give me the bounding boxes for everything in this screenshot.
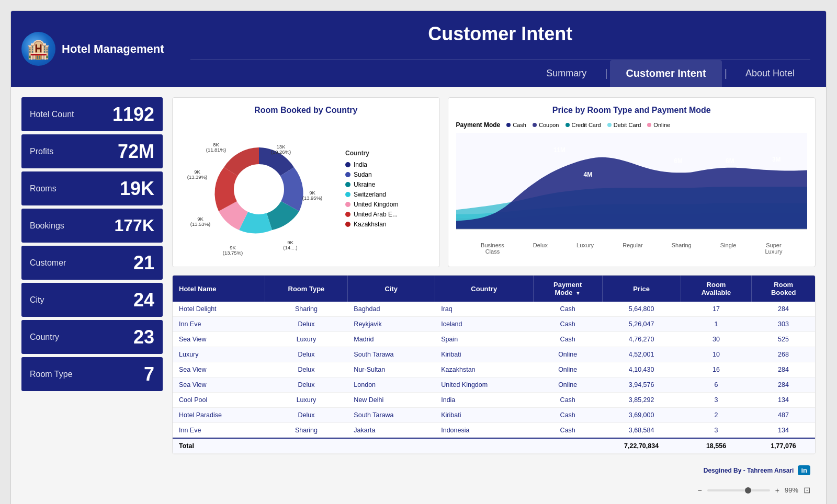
legend-switzerland: Switzerland — [345, 191, 398, 198]
cell-6-0: Cool Pool — [173, 393, 265, 408]
cell-4-1: Delux — [265, 362, 347, 377]
cell-6-7: 134 — [752, 393, 815, 408]
designer-text: Desgined By - Tahreem Ansari — [704, 467, 794, 474]
cell-7-6: 2 — [681, 408, 752, 423]
kpi-hotel-count-label: Hotel Count — [30, 110, 74, 119]
sort-icon: ▼ — [575, 290, 581, 296]
kpi-room-type: Room Type 7 — [21, 357, 163, 391]
cell-3-0: Luxury — [173, 347, 265, 362]
cell-7-4: Cash — [533, 408, 602, 423]
th-room-type[interactable]: Room Type — [265, 276, 347, 302]
cell-8-4: Cash — [533, 423, 602, 439]
cell-8-7: 134 — [752, 423, 815, 439]
th-city[interactable]: City — [347, 276, 435, 302]
tab-customer-intent[interactable]: Customer Intent — [610, 60, 721, 87]
legend-india: India — [345, 161, 398, 168]
cell-2-7: 525 — [752, 332, 815, 347]
cell-2-2: Madrid — [347, 332, 435, 347]
cell-7-2: South Tarawa — [347, 408, 435, 423]
th-room-booked[interactable]: RoomBooked — [752, 276, 815, 302]
kpi-customer-value: 21 — [133, 252, 154, 274]
kpi-room-type-value: 7 — [144, 363, 154, 385]
donut-content: 13K (19.26%) 9K (13.95%) 9K (14....) — [180, 121, 432, 259]
table-row: Hotel ParadiseDeluxSouth TarawaKiribatiC… — [173, 408, 815, 423]
svg-text:4M: 4M — [583, 171, 592, 178]
th-hotel-name[interactable]: Hotel Name — [173, 276, 265, 302]
zoom-slider[interactable] — [707, 489, 770, 491]
svg-text:6M: 6M — [726, 157, 734, 165]
cell-2-3: Spain — [435, 332, 533, 347]
svg-text:(13.75%): (13.75%) — [223, 250, 243, 256]
designer-note: Desgined By - Tahreem Ansari in — [172, 465, 816, 475]
linkedin-badge[interactable]: in — [798, 465, 810, 475]
total-cell-3 — [435, 438, 533, 454]
kpi-customer: Customer 21 — [21, 246, 163, 280]
legend-cash: Cash — [506, 121, 526, 129]
table-row: LuxuryDeluxSouth TarawaKiribatiOnline4,5… — [173, 347, 815, 362]
kpi-city-value: 24 — [133, 289, 154, 311]
cell-5-3: United Kingdom — [435, 377, 533, 393]
cell-4-6: 16 — [681, 362, 752, 377]
cell-7-5: 3,69,000 — [602, 408, 681, 423]
tab-about-hotel[interactable]: About Hotel — [730, 61, 810, 86]
table-row: Cool PoolLuxuryNew DelhiIndiaCash3,85,29… — [173, 393, 815, 408]
total-cell-4 — [533, 438, 602, 454]
cell-6-1: Luxury — [265, 393, 347, 408]
legend-uae: United Arab E... — [345, 211, 398, 218]
cell-8-3: Indonesia — [435, 423, 533, 439]
cell-4-2: Nur-Sultan — [347, 362, 435, 377]
kpi-country-value: 23 — [133, 326, 154, 348]
label-single: Single — [720, 242, 737, 255]
label-luxury: Luxury — [576, 242, 594, 255]
dashboard-layout: Hotel Count 1192 Profits 72M Rooms 19K B… — [21, 97, 816, 495]
th-room-available[interactable]: RoomAvailable — [681, 276, 752, 302]
donut-svg: 13K (19.26%) 9K (13.95%) 9K (14....) — [180, 121, 337, 259]
th-payment-mode[interactable]: PaymentMode ▼ — [533, 276, 602, 302]
donut-legend: Country India Sudan — [345, 150, 398, 231]
table-wrapper: Hotel Name Room Type City Country Paymen… — [173, 276, 815, 454]
th-country[interactable]: Country — [435, 276, 533, 302]
cell-1-1: Delux — [265, 317, 347, 332]
charts-area: Room Booked by Country — [172, 97, 816, 495]
table-row: Sea ViewLuxuryMadridSpainCash4,76,270305… — [173, 332, 815, 347]
data-table-box: Hotel Name Room Type City Country Paymen… — [172, 275, 816, 454]
total-cell-6: 18,556 — [681, 438, 752, 454]
cell-3-2: South Tarawa — [347, 347, 435, 362]
th-price[interactable]: Price — [602, 276, 681, 302]
cell-5-0: Sea View — [173, 377, 265, 393]
total-cell-1 — [265, 438, 347, 454]
cell-0-7: 284 — [752, 302, 815, 317]
total-cell-0: Total — [173, 438, 265, 454]
svg-text:6M: 6M — [674, 157, 682, 165]
header: 🏨 Hotel Management Customer Intent Summa… — [11, 11, 826, 87]
fit-page-icon[interactable]: ⊡ — [804, 485, 810, 495]
cell-8-1: Sharing — [265, 423, 347, 439]
logo-section: 🏨 Hotel Management — [11, 11, 175, 87]
kpi-profits-value: 72M — [118, 141, 154, 163]
cell-1-0: Inn Eve — [173, 317, 265, 332]
cell-4-3: Kazakhstan — [435, 362, 533, 377]
legend-sudan: Sudan — [345, 171, 398, 178]
area-chart-box: Price by Room Type and Payment Mode Paym… — [448, 97, 816, 267]
cell-7-7: 487 — [752, 408, 815, 423]
kpi-country-label: Country — [30, 333, 59, 342]
cell-1-7: 303 — [752, 317, 815, 332]
cell-3-6: 10 — [681, 347, 752, 362]
zoom-plus[interactable]: + — [775, 486, 779, 495]
cell-5-6: 6 — [681, 377, 752, 393]
logo-icon: 🏨 — [21, 32, 55, 66]
cell-6-6: 3 — [681, 393, 752, 408]
tab-summary[interactable]: Summary — [530, 61, 602, 86]
cell-6-5: 3,85,292 — [602, 393, 681, 408]
zoom-bar: − + 99% ⊡ — [172, 485, 816, 495]
area-chart-title: Price by Room Type and Payment Mode — [456, 106, 807, 115]
charts-row: Room Booked by Country — [172, 97, 816, 267]
cell-0-6: 17 — [681, 302, 752, 317]
cell-7-1: Delux — [265, 408, 347, 423]
zoom-minus[interactable]: − — [698, 486, 702, 495]
cell-6-2: New Delhi — [347, 393, 435, 408]
label-business: BusinessClass — [481, 242, 504, 255]
cell-2-6: 30 — [681, 332, 752, 347]
legend-title: Country — [345, 150, 398, 157]
kpi-city: City 24 — [21, 283, 163, 317]
